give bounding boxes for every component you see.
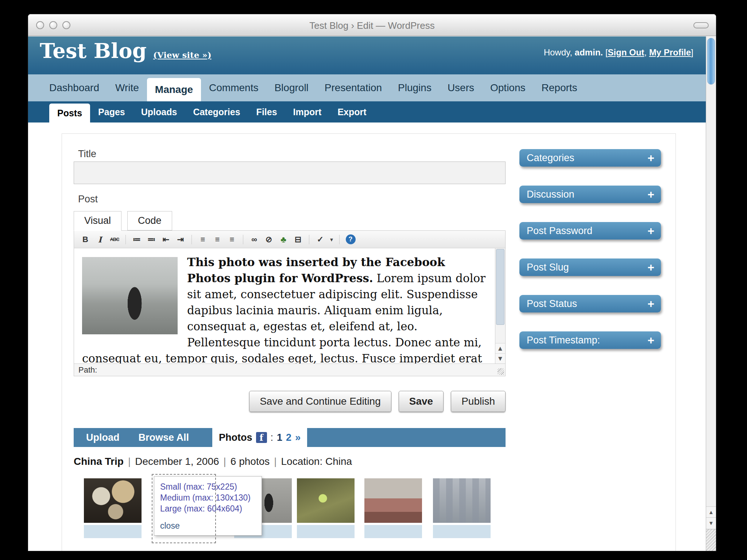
expand-plus-icon[interactable]: + <box>647 298 654 310</box>
nav-manage[interactable]: Manage <box>147 78 201 101</box>
subnav-files[interactable]: Files <box>248 101 285 122</box>
nav-reports[interactable]: Reports <box>534 74 585 101</box>
thumbnail-image[interactable] <box>364 478 422 523</box>
view-site-link[interactable]: (View site ») <box>153 50 212 60</box>
size-option-small[interactable]: Small (max: 75x225) <box>160 482 256 492</box>
spellcheck-icon[interactable]: ✓ <box>313 233 327 246</box>
page-2[interactable]: 2 <box>286 432 291 443</box>
nav-blogroll[interactable]: Blogroll <box>266 74 316 101</box>
subnav-pages[interactable]: Pages <box>90 101 133 122</box>
panel-discussion[interactable]: Discussion + <box>519 186 661 203</box>
nav-options[interactable]: Options <box>482 74 534 101</box>
expand-plus-icon[interactable]: + <box>647 334 654 346</box>
nav-users[interactable]: Users <box>440 74 482 101</box>
scroll-down-icon[interactable]: ▼ <box>706 517 716 528</box>
outdent-icon[interactable]: ⇤ <box>159 233 173 246</box>
editor-path-bar: Path: <box>74 363 505 376</box>
next-pages-icon[interactable]: » <box>295 432 301 443</box>
photo-thumbnail[interactable] <box>433 478 491 538</box>
thumbnail-image[interactable] <box>433 478 491 523</box>
browser-scrollbar-thumb[interactable] <box>707 38 715 85</box>
browser-scrollbar[interactable]: ▲ ▼ <box>706 36 716 551</box>
photos-tab[interactable]: Photos f : 1 2 » <box>212 428 307 447</box>
expand-plus-icon[interactable]: + <box>647 261 654 273</box>
tab-visual[interactable]: Visual <box>74 211 121 231</box>
window-resize-grip-icon[interactable] <box>706 529 716 551</box>
nav-presentation[interactable]: Presentation <box>317 74 390 101</box>
content-area: Title Post Visual Code B I ABC <box>28 133 706 551</box>
thumbnail-strip <box>364 525 422 538</box>
panel-post-password[interactable]: Post Password + <box>519 222 661 240</box>
align-left-icon[interactable]: ≡ <box>196 233 210 246</box>
publish-button[interactable]: Publish <box>451 391 506 412</box>
path-label: Path: <box>78 365 97 375</box>
align-center-icon[interactable]: ≡ <box>210 233 224 246</box>
browse-all-tab[interactable]: Browse All <box>139 432 189 443</box>
editor-scrollbar[interactable]: ▲ ▼ <box>495 248 505 363</box>
post-label: Post <box>74 194 506 207</box>
toolbar-toggle-widget[interactable] <box>693 22 709 28</box>
image-icon[interactable]: ♣ <box>276 233 290 246</box>
my-profile-link[interactable]: My Profile <box>649 47 691 57</box>
subnav-posts[interactable]: Posts <box>49 104 90 122</box>
editor-scrollbar-thumb[interactable] <box>496 249 504 325</box>
link-icon[interactable]: ∞ <box>247 233 261 246</box>
bold-icon[interactable]: B <box>78 233 92 246</box>
thumbnail-image[interactable] <box>297 478 355 523</box>
album-info: China Trip|December 1, 2006|6 photos|Loc… <box>74 456 506 467</box>
popup-close-link[interactable]: close <box>160 521 256 531</box>
save-button[interactable]: Save <box>399 391 444 412</box>
sign-out-link[interactable]: Sign Out <box>608 47 644 57</box>
numbered-list-icon[interactable]: ≕ <box>144 233 158 246</box>
subnav-import[interactable]: Import <box>285 101 330 122</box>
panel-post-timestamp[interactable]: Post Timestamp: + <box>519 331 661 349</box>
spellcheck-dropdown-icon[interactable]: ▾ <box>328 233 335 246</box>
nav-dashboard[interactable]: Dashboard <box>41 74 107 101</box>
align-right-icon[interactable]: ≡ <box>225 233 239 246</box>
size-option-large[interactable]: Large (max: 604x604) <box>160 504 256 514</box>
album-photo-count: 6 photos <box>231 456 270 467</box>
panel-post-slug[interactable]: Post Slug + <box>519 258 661 276</box>
save-continue-button[interactable]: Save and Continue Editing <box>249 391 391 412</box>
thumbnail-image[interactable] <box>84 478 142 523</box>
italic-icon[interactable]: I <box>93 233 107 246</box>
album-separator: | <box>270 456 281 467</box>
photo-thumbnail[interactable] <box>84 478 142 538</box>
help-icon[interactable]: ? <box>344 233 357 246</box>
post-title-input[interactable] <box>74 162 506 184</box>
indent-icon[interactable]: ⇥ <box>174 233 187 246</box>
wp-header: Test Blog (View site ») Howdy, admin. [S… <box>28 36 706 74</box>
inserted-photo[interactable] <box>82 257 178 334</box>
post-options-sidebar: Categories + Discussion + Post Password … <box>519 149 661 368</box>
panel-label: Post Timestamp: <box>527 335 600 346</box>
nav-plugins[interactable]: Plugins <box>390 74 440 101</box>
unlink-icon[interactable]: ⊘ <box>262 233 276 246</box>
subnav-uploads[interactable]: Uploads <box>133 101 185 122</box>
bullet-list-icon[interactable]: ≔ <box>130 233 144 246</box>
photo-thumbnail[interactable] <box>364 478 422 538</box>
editor-scroll-up-icon[interactable]: ▲ <box>495 343 505 353</box>
panel-categories[interactable]: Categories + <box>519 149 661 167</box>
expand-plus-icon[interactable]: + <box>647 188 654 200</box>
scroll-up-icon[interactable]: ▲ <box>706 506 716 517</box>
edit-post-panel: Title Post Visual Code B I ABC <box>62 133 676 551</box>
resize-grip-icon[interactable] <box>498 368 504 375</box>
nav-write[interactable]: Write <box>107 74 147 101</box>
editor-scroll-down-icon[interactable]: ▼ <box>495 353 505 363</box>
nav-comments[interactable]: Comments <box>201 74 266 101</box>
toolbar-separator <box>243 235 243 244</box>
photo-thumbnail[interactable] <box>297 478 355 538</box>
more-tag-icon[interactable]: ⊟ <box>291 233 305 246</box>
subnav-export[interactable]: Export <box>329 101 374 122</box>
upload-tab[interactable]: Upload <box>86 432 120 443</box>
panel-post-status[interactable]: Post Status + <box>519 295 661 312</box>
tab-code[interactable]: Code <box>127 211 172 230</box>
expand-plus-icon[interactable]: + <box>647 225 654 237</box>
editor-canvas[interactable]: This photo was inserted by the Facebook … <box>74 248 505 363</box>
strikethrough-icon[interactable]: ABC <box>108 233 121 246</box>
page-1[interactable]: 1 <box>277 432 282 443</box>
album-name[interactable]: China Trip <box>74 456 124 467</box>
expand-plus-icon[interactable]: + <box>647 152 654 164</box>
size-option-medium[interactable]: Medium (max: 130x130) <box>160 493 256 503</box>
subnav-categories[interactable]: Categories <box>185 101 248 122</box>
